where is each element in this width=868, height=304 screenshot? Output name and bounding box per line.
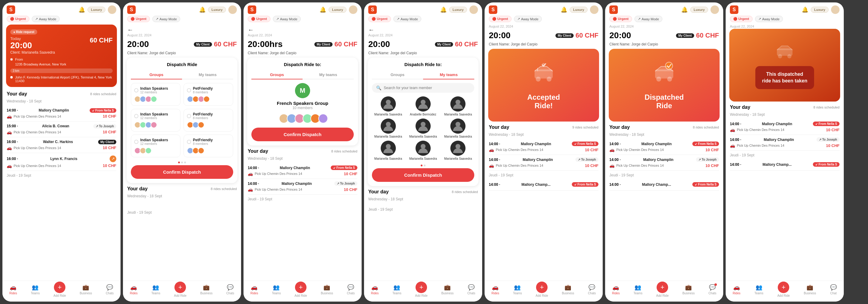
nav-add-ride[interactable]: + Add Ride <box>415 284 428 297</box>
avatar[interactable] <box>228 5 237 14</box>
notification-bell-icon[interactable]: 🔔 <box>681 6 688 13</box>
nav-chats[interactable]: 💬 Chats <box>106 284 114 297</box>
nav-rides[interactable]: 🚗 Rides <box>492 284 499 297</box>
tab-groups[interactable]: Groups <box>251 71 303 80</box>
notification-bell-icon[interactable]: 🔔 <box>440 6 447 13</box>
ride-item[interactable]: 16:00 · Walter C. Harkins My Client 🚗 Pi… <box>7 137 116 153</box>
tab-my-teams[interactable]: My teams <box>182 71 233 79</box>
add-ride-button[interactable]: + <box>536 281 548 293</box>
away-mode-tag[interactable]: Away Mode <box>755 16 783 22</box>
group-radio[interactable] <box>134 88 138 92</box>
away-mode-tag[interactable]: Away Mode <box>152 16 180 22</box>
urgent-tag[interactable]: 🔴 Urgent <box>368 16 391 22</box>
group-card-petfriendly-1[interactable]: PetFriendly 8 members <box>184 83 233 106</box>
tab-my-teams[interactable]: My teams <box>423 71 474 80</box>
nav-teams[interactable]: 👥 Teams <box>31 284 40 297</box>
avatar[interactable] <box>590 5 598 14</box>
nav-chats[interactable]: 💬 Chats <box>226 284 234 297</box>
nav-business[interactable]: 💼 Business <box>80 284 92 297</box>
urgent-tag[interactable]: 🔴 Urgent <box>609 16 632 22</box>
ride-item[interactable]: 16:00 · Lynn K. Francis ↗ 🚗 Pick Up Chem… <box>7 153 116 171</box>
nav-business[interactable]: 💼 Business <box>804 284 816 297</box>
group-card-indian-3[interactable]: Indian Speakers 12 members <box>131 134 181 157</box>
urgent-tag[interactable]: 🔴 Urgent <box>248 16 271 22</box>
notification-bell-icon[interactable]: 🔔 <box>561 6 567 13</box>
add-ride-button[interactable]: + <box>175 281 186 293</box>
nav-chats[interactable]: 💬 Chats <box>708 284 716 297</box>
nav-chats[interactable]: 💬 Chat <box>830 284 837 297</box>
ride-item[interactable]: 14:00 · Mallory Champlin ↗ To Joseph 🚗 P… <box>248 179 358 194</box>
nav-teams[interactable]: 👥 Teams <box>272 284 281 297</box>
nav-business[interactable]: 💼 Business <box>562 284 574 297</box>
member-card[interactable]: Marianella Saavedra <box>372 141 404 160</box>
away-mode-tag[interactable]: Away Mode <box>32 16 60 22</box>
nav-business[interactable]: 💼 Business <box>682 284 695 297</box>
nav-rides[interactable]: 🚗 Rides <box>371 284 379 297</box>
notification-bell-icon[interactable]: 🔔 <box>319 6 326 13</box>
away-mode-tag[interactable]: Away Mode <box>394 16 421 22</box>
tab-groups[interactable]: Groups <box>131 71 182 80</box>
group-card-indian-2[interactable]: Indian Speakers 12 members <box>131 109 181 131</box>
avatar[interactable] <box>711 5 719 14</box>
nav-teams[interactable]: 👥 Teams <box>393 284 401 297</box>
nav-business[interactable]: 💼 Business <box>441 284 454 297</box>
notification-bell-icon[interactable]: 🔔 <box>199 6 206 13</box>
nav-teams[interactable]: 👥 Teams <box>633 284 642 297</box>
ride-item[interactable]: 14:00 · Mallory Champlin ↙ From Nella S … <box>489 139 598 155</box>
away-mode-tag[interactable]: Away Mode <box>273 16 301 22</box>
group-radio[interactable] <box>187 140 191 144</box>
nav-rides[interactable]: 🚗 Rides <box>733 284 741 297</box>
member-card[interactable]: Marianella Saavedra <box>407 141 439 160</box>
back-button[interactable]: ← <box>127 26 133 33</box>
nav-teams[interactable]: 👥 Teams <box>151 284 160 297</box>
nav-rides[interactable]: 🚗 Rides <box>130 284 138 297</box>
add-ride-button[interactable]: + <box>295 281 307 293</box>
member-card[interactable]: Anabelle Bermúdez <box>407 96 439 116</box>
group-card-petfriendly-2[interactable]: PetFriendly 8 members <box>184 109 233 131</box>
urgent-tag[interactable]: 🔴 Urgent <box>489 16 512 22</box>
group-radio[interactable] <box>187 88 191 92</box>
member-card[interactable]: Marianella Saavedra <box>407 119 439 138</box>
avatar[interactable] <box>108 5 116 14</box>
urgent-tag[interactable]: 🔴 Urgent <box>7 16 29 22</box>
nav-teams[interactable]: 👥 Teams <box>513 284 522 297</box>
nav-teams[interactable]: 👥 Teams <box>754 284 763 297</box>
ride-item[interactable]: 14:00 · Mallory Champ... ↙ From Nella S <box>730 160 840 171</box>
member-card[interactable]: Marianella Saavedra <box>372 96 404 116</box>
avatar[interactable] <box>349 5 358 14</box>
ride-item[interactable]: 14:00 · Mallory Champ... ↙ From Nella S <box>609 180 719 191</box>
ride-item[interactable]: 14:00 · Mallory Champlin ↙ From Nella S … <box>609 139 719 155</box>
nav-chats[interactable]: 💬 Chats <box>467 284 475 297</box>
nav-rides[interactable]: 🚗 Rides <box>612 284 620 297</box>
back-button[interactable]: ← <box>368 26 374 33</box>
avatar[interactable] <box>469 5 478 14</box>
member-card[interactable]: Marianella Saavedra <box>442 96 474 116</box>
nav-chats[interactable]: 💬 Chats <box>347 284 355 297</box>
add-ride-button[interactable]: + <box>415 281 427 293</box>
nav-add-ride[interactable]: + Add Ride <box>656 284 669 297</box>
group-radio[interactable] <box>134 140 138 144</box>
confirm-dispatch-button[interactable]: Confirm Dispatch <box>372 168 474 182</box>
away-mode-tag[interactable]: Away Mode <box>514 16 542 22</box>
ride-item[interactable]: 14:00 · Mallory Champlin ↗ To Joseph 🚗 P… <box>609 155 719 171</box>
nav-add-ride[interactable]: + Add Ride <box>777 284 790 297</box>
group-radio[interactable] <box>187 114 191 118</box>
ride-item[interactable]: 14:00 · Mallory Champlin ↙ From Nella S … <box>7 106 116 122</box>
nav-rides[interactable]: 🚗 Rides <box>250 284 258 297</box>
nav-add-ride[interactable]: + Add Ride <box>54 284 66 297</box>
add-ride-button[interactable]: + <box>54 281 65 293</box>
add-ride-button[interactable]: + <box>778 281 789 293</box>
notification-bell-icon[interactable]: 🔔 <box>79 6 85 13</box>
notification-bell-icon[interactable]: 🔔 <box>802 6 808 13</box>
ride-item[interactable]: 14:00 · Mallory Champ... ↙ From Nella S <box>489 180 598 191</box>
back-button[interactable]: ← <box>248 26 254 33</box>
nav-business[interactable]: 💼 Business <box>200 284 213 297</box>
nav-add-ride[interactable]: + Add Ride <box>174 284 187 297</box>
tab-my-teams[interactable]: My teams <box>303 71 354 79</box>
ride-item[interactable]: 14:00 · Mallory Champlin ↗ To Joseph 🚗 P… <box>489 155 598 171</box>
nav-chats[interactable]: 💬 Chats <box>588 284 596 297</box>
nav-rides[interactable]: 🚗 Rides <box>9 284 17 297</box>
confirm-dispatch-button[interactable]: Confirm Dispatch <box>131 165 233 179</box>
nav-add-ride[interactable]: + Add Ride <box>295 284 307 297</box>
away-mode-tag[interactable]: Away Mode <box>634 16 662 22</box>
